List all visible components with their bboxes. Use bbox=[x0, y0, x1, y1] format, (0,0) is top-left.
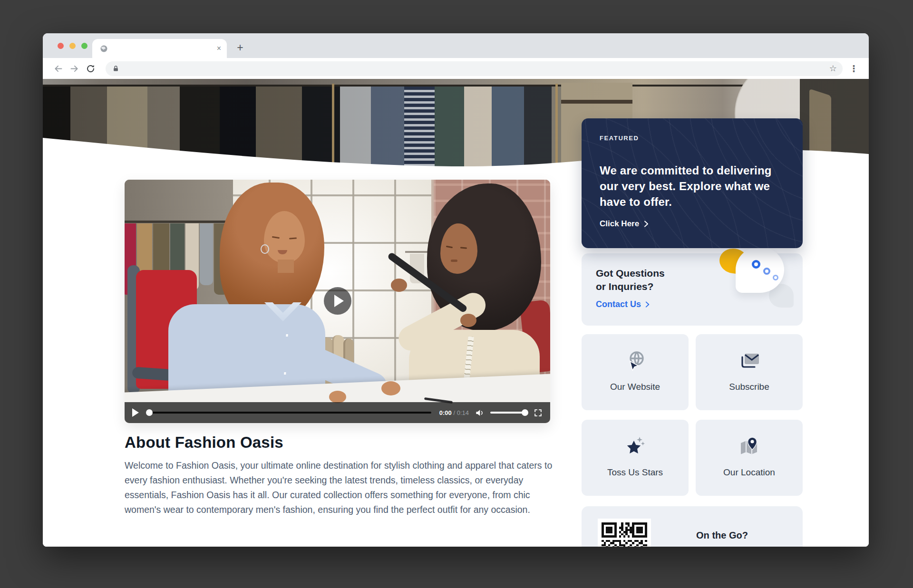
qr-code bbox=[598, 519, 651, 547]
click-here-link[interactable]: Click Here bbox=[600, 219, 649, 229]
address-bar: ☆ ⋮ bbox=[43, 58, 869, 79]
browser-tab[interactable]: × bbox=[92, 39, 227, 58]
fullscreen-icon[interactable] bbox=[534, 408, 543, 417]
window-controls bbox=[58, 43, 87, 49]
time-display: 0:00 / 0:14 bbox=[439, 409, 469, 416]
contact-us-link[interactable]: Contact Us bbox=[596, 299, 650, 309]
envelope-icon bbox=[738, 349, 761, 372]
webpage: FEATURED We are committed to delivering … bbox=[43, 79, 869, 547]
globe-cursor-icon bbox=[624, 349, 647, 372]
tile-toss-us-stars[interactable]: Toss Us Stars bbox=[582, 420, 689, 496]
video-player[interactable]: 0:00 / 0:14 bbox=[125, 180, 550, 423]
play-button[interactable] bbox=[324, 287, 351, 315]
globe-favicon-icon bbox=[100, 45, 108, 53]
video-controls: 0:00 / 0:14 bbox=[125, 402, 550, 423]
close-window-button[interactable] bbox=[58, 43, 64, 49]
about-section: About Fashion Oasis Welcome to Fashion O… bbox=[125, 434, 567, 517]
tab-strip: × + bbox=[43, 33, 869, 58]
tile-our-location[interactable]: Our Location bbox=[696, 420, 803, 496]
volume-icon[interactable] bbox=[475, 408, 484, 417]
featured-eyebrow: FEATURED bbox=[600, 135, 785, 142]
browser-menu-icon[interactable]: ⋮ bbox=[847, 63, 860, 74]
browser-window: × + ☆ ⋮ bbox=[43, 33, 869, 547]
chat-bubbles-icon bbox=[712, 248, 795, 326]
bookmark-star-icon[interactable]: ☆ bbox=[829, 64, 837, 73]
page-title: About Fashion Oasis bbox=[125, 434, 567, 452]
reload-icon[interactable] bbox=[85, 63, 96, 74]
seek-bar[interactable] bbox=[147, 412, 431, 414]
star-sparkles-icon bbox=[624, 435, 647, 458]
tab-close-icon[interactable]: × bbox=[217, 45, 221, 52]
maximize-window-button[interactable] bbox=[81, 43, 87, 49]
back-icon[interactable] bbox=[52, 63, 64, 74]
tile-subscribe[interactable]: Subscribe bbox=[696, 334, 803, 410]
on-the-go-card[interactable]: On the Go? bbox=[582, 506, 803, 547]
padlock-icon bbox=[112, 65, 119, 72]
tile-our-website[interactable]: Our Website bbox=[582, 334, 689, 410]
forward-icon[interactable] bbox=[68, 63, 80, 74]
chevron-right-icon bbox=[645, 301, 650, 308]
new-tab-button[interactable]: + bbox=[232, 40, 248, 56]
chevron-right-icon bbox=[643, 221, 649, 227]
on-the-go-heading: On the Go? bbox=[651, 530, 803, 541]
minimize-window-button[interactable] bbox=[69, 43, 76, 49]
about-paragraph: Welcome to Fashion Oasis, your ultimate … bbox=[125, 458, 567, 517]
play-icon[interactable] bbox=[132, 408, 139, 417]
map-pin-icon bbox=[738, 435, 761, 458]
url-bar[interactable]: ☆ bbox=[106, 61, 843, 76]
featured-card: FEATURED We are committed to delivering … bbox=[582, 118, 803, 248]
volume-slider[interactable] bbox=[490, 412, 527, 414]
questions-card: Got Questions or Inquries? Contact Us bbox=[582, 253, 803, 326]
featured-heading: We are committed to delivering our very … bbox=[600, 163, 785, 210]
